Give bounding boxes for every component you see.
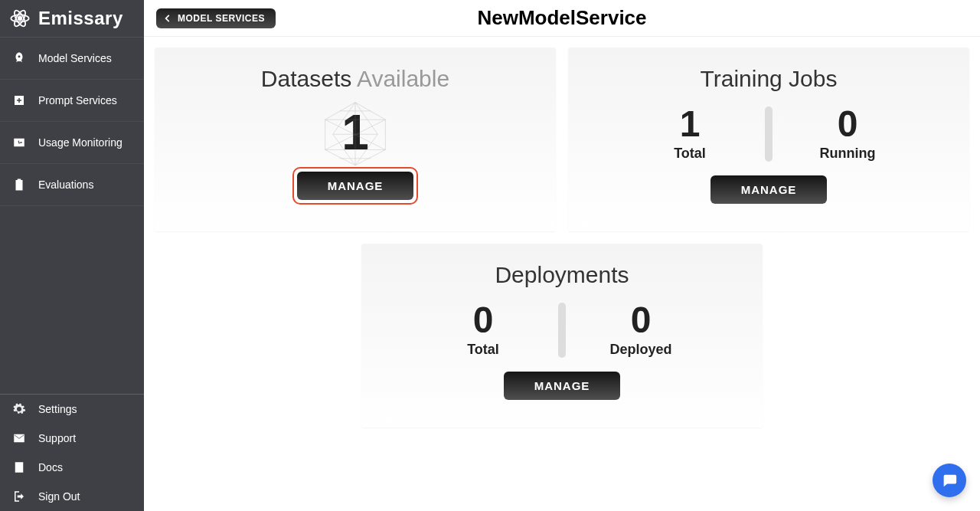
title-main: Datasets <box>261 66 351 91</box>
deploy-deployed-value: 0 <box>631 302 652 339</box>
chevron-left-icon <box>162 13 173 24</box>
training-total: 1 Total <box>652 106 728 162</box>
atom-icon <box>9 8 31 29</box>
training-running-value: 0 <box>838 106 858 142</box>
deploy-deployed-label: Deployed <box>609 342 671 358</box>
nav-label: Support <box>38 432 76 444</box>
training-stats: 1 Total 0 Running <box>583 106 954 162</box>
deploy-total-value: 0 <box>473 302 494 339</box>
plus-box-icon <box>12 93 26 107</box>
manage-training-button[interactable]: MANAGE <box>710 175 828 204</box>
deploy-total-label: Total <box>467 342 499 358</box>
training-total-label: Total <box>674 146 706 162</box>
content: Datasets Available 1 MANAGE <box>144 37 980 511</box>
sidebar-item-support[interactable]: Support <box>0 424 144 453</box>
doc-icon <box>12 460 26 474</box>
training-running: 0 Running <box>809 106 886 162</box>
exit-icon <box>12 490 26 503</box>
back-breadcrumb[interactable]: MODEL SERVICES <box>156 8 276 28</box>
svg-point-0 <box>18 17 22 21</box>
nav-label: Docs <box>38 461 63 473</box>
topbar: MODEL SERVICES NewModelService <box>144 0 980 37</box>
card-training: Training Jobs 1 Total 0 Running MANAGE <box>568 47 969 231</box>
divider <box>765 106 773 162</box>
clipboard-icon <box>12 178 26 192</box>
nav-label: Usage Monitoring <box>38 136 122 149</box>
training-running-label: Running <box>820 146 876 162</box>
deploy-stats: 0 Total 0 Deployed <box>377 302 747 358</box>
nav-label: Prompt Services <box>38 94 117 106</box>
back-label: MODEL SERVICES <box>178 13 265 24</box>
mail-icon <box>12 431 26 445</box>
manage-datasets-button[interactable]: MANAGE <box>297 172 414 200</box>
nav-secondary: Settings Support Docs Sign Out <box>0 394 144 511</box>
deploy-total: 0 Total <box>445 302 521 358</box>
sidebar-item-model-services[interactable]: Model Services <box>0 38 144 80</box>
manage-datasets-highlight: MANAGE <box>292 167 419 205</box>
nav-label: Model Services <box>38 52 112 64</box>
chat-fab[interactable] <box>933 464 966 497</box>
card-deployments: Deployments 0 Total 0 Deployed MANAGE <box>361 244 763 427</box>
sidebar-item-settings[interactable]: Settings <box>0 395 144 424</box>
nav-label: Evaluations <box>38 179 93 191</box>
nav-label: Settings <box>38 403 77 415</box>
card-training-title: Training Jobs <box>701 66 838 92</box>
sidebar-header: Emissary <box>0 0 144 38</box>
brand-name: Emissary <box>38 8 123 29</box>
card-datasets: Datasets Available 1 MANAGE <box>155 47 556 231</box>
training-total-value: 1 <box>680 106 701 142</box>
wireframe-cube-icon <box>309 98 401 167</box>
nav-label: Sign Out <box>38 490 80 503</box>
main: MODEL SERVICES NewModelService Datasets … <box>144 0 980 511</box>
deploy-deployed: 0 Deployed <box>603 302 679 358</box>
chat-icon <box>941 472 958 489</box>
sidebar: Emissary Model Services Prompt Services … <box>0 0 144 511</box>
title-muted: Available <box>357 66 449 91</box>
nav-primary: Model Services Prompt Services Usage Mon… <box>0 38 144 206</box>
sidebar-item-usage-monitoring[interactable]: Usage Monitoring <box>0 122 144 164</box>
sidebar-item-prompt-services[interactable]: Prompt Services <box>0 80 144 122</box>
page-title: NewModelService <box>477 6 646 30</box>
rocket-icon <box>12 51 26 65</box>
card-deploy-title: Deployments <box>495 262 629 288</box>
sidebar-item-evaluations[interactable]: Evaluations <box>0 164 144 206</box>
sidebar-item-signout[interactable]: Sign Out <box>0 482 144 511</box>
monitor-heart-icon <box>12 136 26 149</box>
divider <box>558 303 566 358</box>
card-datasets-title: Datasets Available <box>261 66 449 92</box>
datasets-count-wrap: 1 <box>341 98 369 167</box>
manage-deploy-button[interactable]: MANAGE <box>504 372 621 400</box>
sidebar-item-docs[interactable]: Docs <box>0 453 144 482</box>
gear-icon <box>12 402 26 416</box>
